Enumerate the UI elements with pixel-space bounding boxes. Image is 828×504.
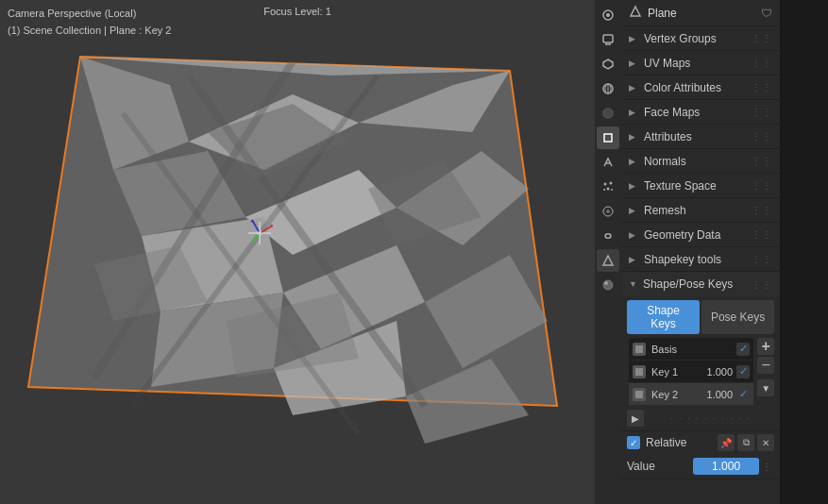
copy-icon-button[interactable]: ⧉: [737, 434, 754, 451]
collapse-arrow-icon: ▼: [629, 279, 637, 289]
close-button[interactable]: ✕: [757, 434, 774, 451]
shape-key-2-row[interactable]: Key 2 1.000 ✓: [629, 383, 753, 406]
properties-header: Plane 🛡: [621, 0, 780, 26]
shape-pose-keys-label: Shape/Pose Keys: [643, 277, 752, 291]
remove-shape-key-button[interactable]: −: [757, 357, 774, 374]
normals-section[interactable]: ▶ Normals ⋮⋮: [621, 149, 780, 174]
expand-arrow-icon: ▶: [629, 206, 638, 215]
viewport[interactable]: Camera Perspective (Local) (1) Scene Col…: [0, 0, 595, 504]
svg-rect-56: [635, 368, 643, 376]
sidebar: Plane 🛡 ▶ Vertex Groups ⋮⋮ ▶ UV Maps ⋮⋮ …: [595, 0, 780, 504]
shape-key-1-row[interactable]: Key 1 1.000 ✓: [629, 361, 753, 383]
key-1-check[interactable]: ✓: [736, 365, 750, 378]
shape-keys-list-container: Basis ✓ Key 1 1.000 ✓: [621, 338, 780, 406]
relative-icons: 📌 ⧉ ✕: [718, 434, 774, 451]
texture-space-section[interactable]: ▶ Texture Space ⋮⋮: [621, 174, 780, 198]
world-properties-icon[interactable]: [597, 102, 619, 125]
modifier-properties-icon[interactable]: [597, 151, 619, 174]
expand-arrow-icon: ▶: [629, 157, 638, 166]
tab-shape-keys[interactable]: Shape Keys: [627, 300, 700, 334]
shield-icon: 🛡: [761, 7, 772, 20]
expand-arrow-icon: ▶: [629, 255, 638, 264]
scene-properties-icon[interactable]: [597, 77, 619, 100]
svg-rect-55: [635, 345, 643, 353]
object-properties-icon[interactable]: [597, 126, 619, 149]
constraints-properties-icon[interactable]: [597, 225, 619, 247]
svg-marker-54: [631, 7, 640, 16]
svg-marker-51: [603, 256, 613, 265]
relative-checkbox[interactable]: ✓: [627, 436, 640, 449]
shape-keys-tabs: Shape Keys Pose Keys: [621, 296, 780, 338]
shape-keys-list: Basis ✓ Key 1 1.000 ✓: [623, 338, 753, 406]
play-button[interactable]: ▶: [627, 410, 644, 427]
data-properties-icon[interactable]: [597, 249, 619, 272]
svg-point-28: [258, 231, 262, 235]
key-icon: [633, 343, 646, 356]
svg-point-45: [610, 182, 613, 185]
pin-icon-button[interactable]: 📌: [718, 434, 735, 451]
expand-arrow-icon: ▶: [629, 108, 638, 117]
expand-arrow-icon: ▶: [629, 132, 638, 142]
key-1-value: 1.000: [707, 366, 734, 378]
object-name-label[interactable]: Plane: [648, 7, 677, 20]
svg-point-41: [603, 109, 613, 118]
remesh-section[interactable]: ▶ Remesh ⋮⋮: [621, 198, 780, 223]
svg-point-34: [606, 13, 610, 17]
view-layer-properties-icon[interactable]: [597, 53, 619, 76]
shape-pose-keys-header[interactable]: ▼ Shape/Pose Keys ⋮⋮: [621, 272, 780, 296]
uv-maps-section[interactable]: ▶ UV Maps ⋮⋮: [621, 51, 780, 76]
color-attributes-section[interactable]: ▶ Color Attributes ⋮⋮: [621, 76, 780, 100]
svg-point-52: [603, 280, 613, 290]
properties-panel: Plane 🛡 ▶ Vertex Groups ⋮⋮ ▶ UV Maps ⋮⋮ …: [621, 0, 780, 504]
relative-row: ✓ Relative 📌 ⧉ ✕: [621, 430, 780, 454]
output-properties-icon[interactable]: [597, 28, 619, 51]
mesh-data-icon: [629, 5, 642, 21]
expand-arrow-icon: ▶: [629, 83, 638, 92]
svg-rect-57: [635, 391, 643, 398]
shape-keys-bottom-controls: ▶ · · · · · · · · · ·: [621, 406, 780, 430]
key-2-check[interactable]: ✓: [736, 388, 750, 401]
value-menu-button[interactable]: ⋮: [759, 457, 774, 476]
particles-properties-icon[interactable]: [597, 176, 619, 198]
shapekey-tools-section[interactable]: ▶ Shapekey tools ⋮⋮: [621, 247, 780, 272]
spacer-dots: · · · · · · · · · ·: [648, 413, 774, 423]
move-shape-key-down-button[interactable]: ▼: [757, 379, 774, 396]
svg-point-53: [604, 281, 608, 285]
key-1-name: Key 1: [651, 366, 707, 378]
material-properties-icon[interactable]: [597, 274, 619, 296]
geometry-data-section[interactable]: ▶ Geometry Data ⋮⋮: [621, 223, 780, 247]
svg-point-44: [604, 183, 607, 186]
value-row: Value ⋮: [621, 454, 780, 479]
relative-label: Relative: [646, 436, 718, 449]
key-2-name: Key 2: [651, 389, 707, 400]
key-icon: [633, 388, 646, 401]
expand-arrow-icon: ▶: [629, 59, 638, 68]
key-basis-check[interactable]: ✓: [736, 343, 750, 356]
vertex-groups-section[interactable]: ▶ Vertex Groups ⋮⋮: [621, 26, 780, 51]
svg-point-50: [606, 210, 610, 213]
render-properties-icon[interactable]: [597, 4, 619, 26]
list-side-buttons: + − ▼: [753, 338, 778, 396]
add-shape-key-button[interactable]: +: [757, 338, 774, 355]
expand-arrow-icon: ▶: [629, 230, 638, 240]
sidebar-icon-strip: [595, 0, 621, 504]
physics-properties-icon[interactable]: [597, 200, 619, 223]
expand-arrow-icon: ▶: [629, 34, 638, 43]
svg-point-47: [603, 189, 605, 191]
svg-rect-35: [603, 35, 613, 42]
svg-rect-42: [604, 134, 612, 142]
key-2-value: 1.000: [707, 389, 734, 400]
tab-pose-keys[interactable]: Pose Keys: [701, 300, 774, 334]
svg-marker-37: [603, 59, 613, 69]
shape-pose-keys-section: ▼ Shape/Pose Keys ⋮⋮ Shape Keys Pose Key…: [621, 272, 780, 479]
expand-arrow-icon: ▶: [629, 181, 638, 191]
plane-mesh: [0, 0, 595, 504]
key-basis-name: Basis: [651, 344, 736, 355]
attributes-section[interactable]: ▶ Attributes ⋮⋮: [621, 125, 780, 149]
shape-key-basis-row[interactable]: Basis ✓: [629, 338, 753, 361]
value-label: Value: [627, 460, 693, 473]
value-input[interactable]: [693, 458, 759, 475]
svg-point-46: [607, 188, 610, 191]
face-maps-section[interactable]: ▶ Face Maps ⋮⋮: [621, 100, 780, 125]
key-icon: [633, 365, 646, 378]
